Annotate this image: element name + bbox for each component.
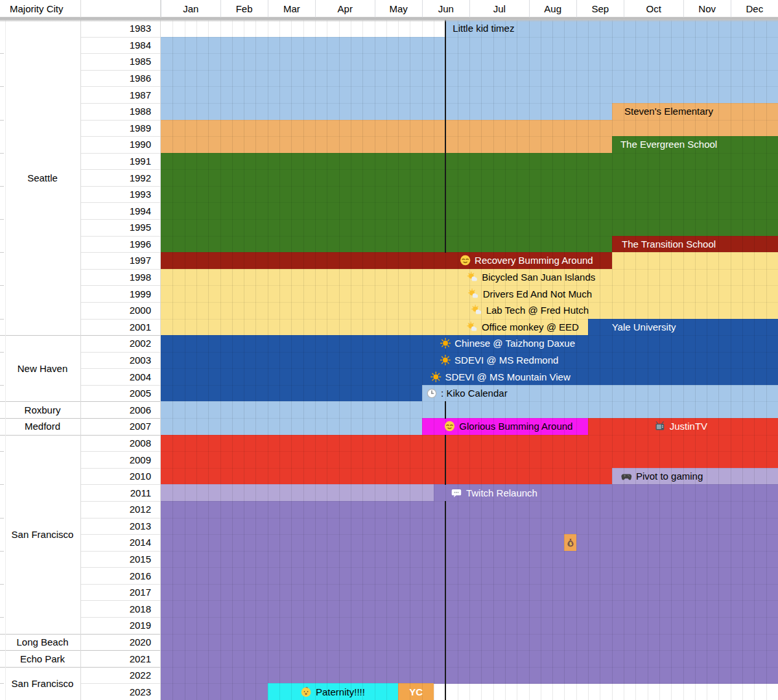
gridline-vertical — [731, 20, 731, 700]
year-label[interactable]: 2008 — [81, 435, 151, 452]
month-header-dec[interactable]: Dec — [731, 0, 778, 18]
year-label[interactable]: 1986 — [81, 70, 151, 87]
year-label[interactable]: 2012 — [81, 501, 151, 518]
month-header-nov[interactable]: Nov — [683, 0, 731, 18]
month-header-sep[interactable]: Sep — [576, 0, 624, 18]
event-label[interactable]: Little kid timez — [453, 20, 514, 37]
event-label[interactable]: The Transition School — [622, 236, 716, 253]
year-label[interactable]: 2017 — [81, 584, 151, 601]
year-label[interactable]: 2002 — [81, 335, 151, 352]
year-label[interactable]: 2000 — [81, 302, 151, 319]
event-label[interactable]: $ — [565, 534, 576, 551]
year-label[interactable]: 2003 — [81, 352, 151, 369]
city-group-label[interactable]: Long Beach — [5, 634, 80, 651]
year-label[interactable]: 1993 — [81, 186, 151, 203]
month-header-label: Jul — [493, 3, 506, 14]
year-label[interactable]: 2005 — [81, 385, 151, 402]
years-header-cell[interactable] — [81, 0, 161, 18]
event-label[interactable]: Glorious Bumming Around — [444, 418, 572, 435]
year-label[interactable]: 1994 — [81, 202, 151, 219]
event-label[interactable]: Paternity!!!! — [301, 683, 365, 700]
city-group-label[interactable]: Echo Park — [5, 650, 80, 667]
event-label[interactable]: The Evergreen School — [620, 136, 717, 153]
event-label[interactable]: Drivers Ed And Not Much — [468, 285, 592, 302]
event-label[interactable]: Twitch Relaunch — [451, 484, 537, 501]
city-group-label[interactable]: Seattle — [5, 20, 80, 335]
year-label[interactable]: 1998 — [81, 269, 151, 286]
year-label[interactable]: 1988 — [81, 103, 151, 120]
tv-icon — [654, 421, 666, 432]
city-group-label[interactable]: San Francisco — [5, 667, 80, 700]
event-label[interactable]: JustinTV — [654, 418, 707, 435]
city-group-label[interactable]: New Haven — [5, 335, 80, 401]
event-label[interactable]: Recovery Bumming Around — [460, 252, 593, 269]
gridline-vertical — [315, 20, 316, 700]
gridline-vertical — [683, 20, 684, 700]
month-header-mar[interactable]: Mar — [268, 0, 315, 18]
year-label[interactable]: 2007 — [81, 418, 151, 435]
year-label[interactable]: 2013 — [81, 518, 151, 535]
timeline-segment[interactable] — [161, 683, 268, 700]
year-label[interactable]: 2004 — [81, 368, 151, 385]
gridline-vertical — [754, 20, 755, 700]
year-label[interactable]: 2006 — [81, 401, 151, 418]
gutter-tick — [0, 86, 4, 87]
city-group-label[interactable]: Medford — [5, 418, 80, 435]
gridline-vertical — [339, 20, 340, 700]
year-label[interactable]: 2016 — [81, 567, 151, 584]
year-label[interactable]: 1987 — [81, 86, 151, 103]
year-label[interactable]: 1999 — [81, 285, 151, 302]
timeline-segment[interactable] — [161, 484, 434, 502]
year-label[interactable]: 2009 — [81, 451, 151, 468]
event-label[interactable]: Lab Tech @ Fred Hutch — [471, 302, 589, 319]
event-label[interactable]: : Kiko Calendar — [427, 385, 508, 402]
event-label[interactable]: YC — [409, 683, 423, 700]
year-label[interactable]: 2014 — [81, 534, 151, 551]
year-label[interactable]: 1985 — [81, 53, 151, 70]
year-label[interactable]: 1990 — [81, 136, 151, 153]
event-label[interactable]: SDEVI @ MS Redmond — [440, 352, 558, 369]
city-group-label[interactable]: Roxbury — [5, 401, 80, 418]
city-group-label[interactable]: San Francisco — [5, 435, 80, 634]
event-label[interactable]: Steven's Elementary — [624, 103, 713, 120]
year-label[interactable]: 2023 — [81, 683, 151, 700]
month-header-jul[interactable]: Jul — [469, 0, 529, 18]
year-label[interactable]: 1983 — [81, 20, 151, 37]
event-label[interactable]: Pivot to gaming — [620, 468, 703, 485]
gridline-vertical — [172, 20, 173, 700]
gutter-tick — [0, 219, 4, 220]
event-label[interactable]: SDEVI @ MS Mountain View — [430, 368, 570, 385]
year-label[interactable]: 2011 — [81, 484, 151, 501]
year-label[interactable]: 1997 — [81, 252, 151, 269]
event-label[interactable]: Bicycled San Juan Islands — [467, 269, 595, 286]
year-label[interactable]: 1984 — [81, 37, 151, 54]
month-header-jun[interactable]: Jun — [422, 0, 469, 18]
year-label[interactable]: 2021 — [81, 650, 151, 667]
birthday-line — [445, 683, 446, 700]
year-label[interactable]: 2019 — [81, 617, 151, 634]
year-label[interactable]: 2020 — [81, 634, 151, 651]
year-label[interactable]: 2015 — [81, 551, 151, 568]
birthday-line — [445, 136, 446, 154]
year-label[interactable]: 1995 — [81, 219, 151, 236]
month-header-jan[interactable]: Jan — [161, 0, 220, 18]
year-label[interactable]: 1992 — [81, 169, 151, 186]
month-header-oct[interactable]: Oct — [624, 0, 683, 18]
year-label[interactable]: 2001 — [81, 319, 151, 336]
month-header-aug[interactable]: Aug — [529, 0, 576, 18]
year-label[interactable]: 2018 — [81, 600, 151, 617]
event-label[interactable]: Office monkey @ EED — [467, 319, 579, 336]
year-label[interactable]: 1996 — [81, 236, 151, 253]
year-label[interactable]: 1989 — [81, 120, 151, 137]
month-header-apr[interactable]: Apr — [315, 0, 375, 18]
year-label[interactable]: 1991 — [81, 153, 151, 170]
event-label[interactable]: Yale University — [612, 319, 676, 336]
event-label-text: Lab Tech @ Fred Hutch — [486, 305, 589, 316]
month-header-feb[interactable]: Feb — [220, 0, 268, 18]
event-label[interactable]: Chinese @ Taizhong Daxue — [440, 335, 575, 352]
corner-header-majority-city[interactable]: Majority City — [5, 0, 81, 18]
month-header-may[interactable]: May — [375, 0, 422, 18]
year-label[interactable]: 2010 — [81, 468, 151, 485]
gutter-tick — [0, 53, 4, 54]
year-label[interactable]: 2022 — [81, 667, 151, 684]
